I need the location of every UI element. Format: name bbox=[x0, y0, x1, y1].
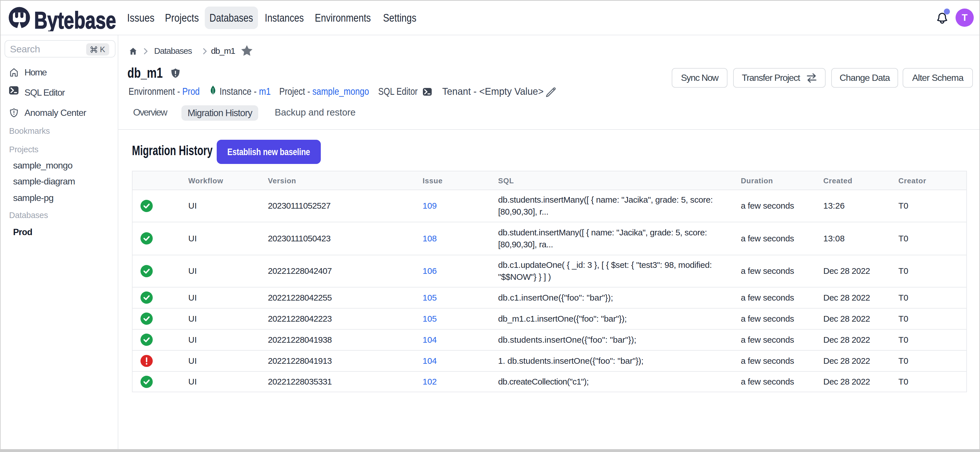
svg-text:Bytebase: Bytebase bbox=[34, 7, 116, 31]
